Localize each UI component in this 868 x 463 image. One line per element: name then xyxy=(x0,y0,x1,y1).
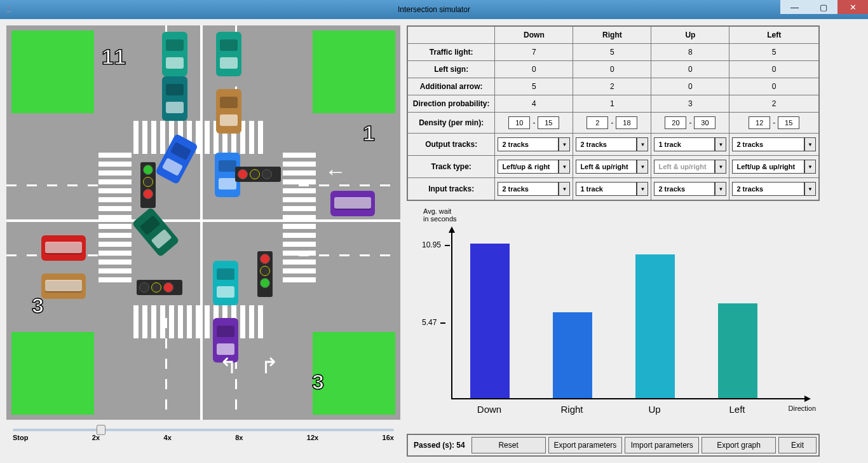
car xyxy=(132,207,180,257)
chart-xlabel: Direction xyxy=(789,404,816,412)
density-min-input[interactable] xyxy=(665,116,686,129)
density-max-input[interactable] xyxy=(538,116,559,129)
cell: 5 xyxy=(573,44,651,61)
traffic-light xyxy=(140,162,156,208)
cell: 0 xyxy=(729,61,819,78)
car xyxy=(213,261,238,305)
car xyxy=(216,89,241,134)
traffic-light xyxy=(257,251,273,297)
passed-seconds-label: Passed (s): 54 xyxy=(410,441,469,450)
row-label: Density (per min): xyxy=(407,113,495,134)
direction-arrow-icon: ↱ xyxy=(261,353,278,378)
chevron-down-icon[interactable]: ▼ xyxy=(715,182,726,196)
chevron-down-icon[interactable]: ▼ xyxy=(637,182,648,196)
car xyxy=(162,76,187,121)
car xyxy=(216,32,241,76)
col-header: Down xyxy=(495,26,573,44)
chart-bar xyxy=(718,303,757,398)
footer-controls: Passed (s): 54 Reset Export parameters I… xyxy=(407,434,820,457)
cell: 0 xyxy=(651,78,729,95)
lane-number: 11 xyxy=(102,45,126,69)
lane-number: 3 xyxy=(312,370,324,394)
maximize-button[interactable]: ▢ xyxy=(809,0,837,14)
cell: 0 xyxy=(729,78,819,95)
slider-tick: 8x xyxy=(235,434,243,441)
output-tracks-combo[interactable]: 2 tracks▼ xyxy=(732,137,816,151)
chart-ylabel: Avg. wait in seconds xyxy=(423,207,457,223)
density-max-input[interactable] xyxy=(778,116,799,129)
import-parameters-button[interactable]: Import parameters xyxy=(625,437,699,453)
chart-xtick: Left xyxy=(705,404,769,415)
cell: 5 xyxy=(495,78,573,95)
cell: 0 xyxy=(573,61,651,78)
chevron-down-icon[interactable]: ▼ xyxy=(804,182,816,196)
input-tracks-combo[interactable]: 2 tracks▼ xyxy=(732,182,816,196)
car xyxy=(41,273,86,299)
density-max-input[interactable] xyxy=(616,116,637,129)
chevron-down-icon[interactable]: ▼ xyxy=(559,137,570,151)
cell: 3 xyxy=(651,95,729,113)
row-label: Additional arrow: xyxy=(407,78,495,95)
input-tracks-combo[interactable]: 2 tracks▼ xyxy=(498,182,570,196)
row-label: Track type: xyxy=(407,156,495,178)
chevron-down-icon: ▼ xyxy=(715,160,726,174)
simulator-panel: ← ↰ ↱ 11 1 3 3 Stop 2x 4x 8x 12x 16x xyxy=(6,25,400,457)
chevron-down-icon[interactable]: ▼ xyxy=(559,182,570,196)
chart-bar xyxy=(553,312,592,398)
exit-button[interactable]: Exit xyxy=(778,437,817,453)
density-max-input[interactable] xyxy=(694,116,715,129)
cell: 2 xyxy=(729,95,819,113)
reset-button[interactable]: Reset xyxy=(471,437,546,453)
window-title: Intersection simulator xyxy=(398,5,470,14)
close-button[interactable]: ✕ xyxy=(837,0,868,14)
input-tracks-combo[interactable]: 2 tracks▼ xyxy=(654,182,726,196)
row-label: Direction probability: xyxy=(407,95,495,113)
cell: 7 xyxy=(495,44,573,61)
car xyxy=(41,235,86,261)
cell: 2 xyxy=(573,78,651,95)
export-parameters-button[interactable]: Export parameters xyxy=(548,437,623,453)
wait-time-chart: Avg. wait in seconds Direction 5.4710.95… xyxy=(407,205,820,431)
track-type-combo[interactable]: Left/up & right▼ xyxy=(498,160,570,174)
output-tracks-combo[interactable]: 2 tracks▼ xyxy=(576,137,648,151)
cell: 8 xyxy=(651,44,729,61)
chevron-down-icon[interactable]: ▼ xyxy=(804,137,816,151)
app-window: Intersection simulator — ▢ ✕ xyxy=(0,0,868,463)
chevron-down-icon[interactable]: ▼ xyxy=(804,160,816,174)
row-label: Output tracks: xyxy=(407,134,495,156)
lane-number: 3 xyxy=(32,293,44,318)
parameters-panel: DownRightUpLeft Traffic light:7585 Left … xyxy=(407,25,820,457)
track-type-combo[interactable]: Left & up/right▼ xyxy=(576,160,648,174)
direction-arrow-icon: ← xyxy=(325,159,346,184)
density-min-input[interactable] xyxy=(508,116,530,129)
chevron-down-icon[interactable]: ▼ xyxy=(715,137,726,151)
chevron-down-icon[interactable]: ▼ xyxy=(559,160,570,174)
titlebar: Intersection simulator — ▢ ✕ xyxy=(0,0,868,19)
java-icon xyxy=(4,4,14,15)
output-tracks-combo[interactable]: 2 tracks▼ xyxy=(498,137,570,151)
cell: 0 xyxy=(495,61,573,78)
speed-slider[interactable]: Stop 2x 4x 8x 12x 16x xyxy=(13,429,394,441)
input-tracks-combo[interactable]: 1 track▼ xyxy=(576,182,648,196)
output-tracks-combo[interactable]: 1 track▼ xyxy=(654,137,726,151)
col-header: Up xyxy=(651,26,729,44)
minimize-button[interactable]: — xyxy=(780,0,809,14)
chart-bar xyxy=(470,244,510,398)
chevron-down-icon[interactable]: ▼ xyxy=(637,137,648,151)
track-type-combo: Left & up/right▼ xyxy=(654,160,726,174)
slider-tick: 12x xyxy=(307,434,318,441)
cell: 1 xyxy=(573,95,651,113)
parameters-table: DownRightUpLeft Traffic light:7585 Left … xyxy=(407,25,820,201)
slider-thumb[interactable] xyxy=(97,425,105,435)
cell: 0 xyxy=(651,61,729,78)
export-graph-button[interactable]: Export graph xyxy=(702,437,776,453)
density-min-input[interactable] xyxy=(587,116,608,129)
chart-xtick: Down xyxy=(458,404,521,415)
track-type-combo[interactable]: Left/up & up/right▼ xyxy=(732,160,816,174)
chart-bar xyxy=(635,254,675,398)
density-min-input[interactable] xyxy=(749,116,770,129)
cell: 5 xyxy=(729,44,819,61)
chevron-down-icon[interactable]: ▼ xyxy=(637,160,648,174)
chart-xtick: Up xyxy=(623,404,686,415)
slider-tick: Stop xyxy=(13,434,28,441)
